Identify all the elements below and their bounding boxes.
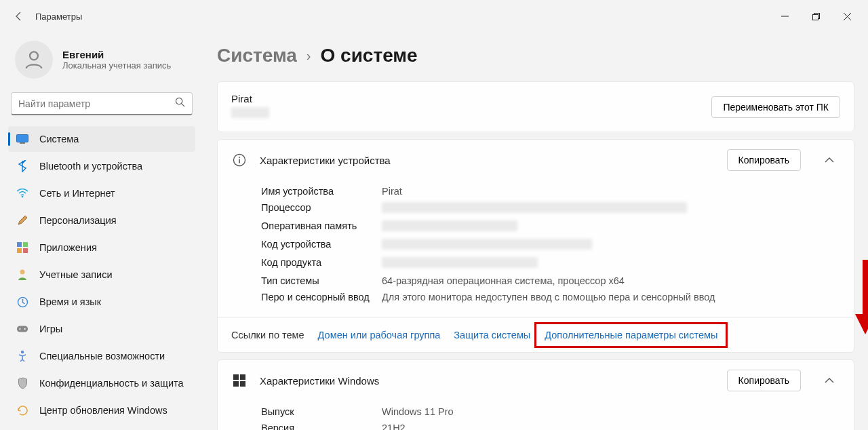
spec-row: Тип системы64-разрядная операционная сис…	[261, 273, 840, 289]
avatar	[15, 41, 53, 79]
svg-rect-25	[240, 374, 245, 380]
user-block[interactable]: Евгений Локальная учетная запись	[8, 33, 195, 92]
svg-line-7	[182, 104, 184, 106]
pc-model-blurred	[231, 107, 269, 118]
svg-rect-17	[17, 326, 28, 332]
svg-point-18	[19, 328, 20, 330]
sidebar-item-label: Конфиденциальность и защита	[39, 378, 184, 389]
brush-icon	[16, 214, 28, 227]
info-icon	[231, 153, 248, 167]
clock-icon	[16, 296, 28, 308]
windows-spec-title: Характеристики Windows	[260, 375, 715, 387]
svg-point-19	[24, 328, 26, 330]
svg-rect-26	[233, 381, 239, 387]
highlight-annotation: Дополнительные параметры системы	[534, 322, 728, 348]
spec-row: Код продукта	[261, 254, 840, 273]
spec-row: Имя устройстваPirat	[261, 183, 840, 199]
rename-pc-button[interactable]: Переименовать этот ПК	[711, 96, 840, 118]
sidebar-item-label: Персонализация	[39, 215, 117, 226]
spec-row: Код устройства	[261, 236, 840, 254]
sidebar-item-label: Специальные возможности	[39, 351, 165, 361]
spec-row: Версия21H2	[261, 420, 840, 430]
svg-point-20	[21, 351, 24, 353]
sidebar-item-personalization[interactable]: Персонализация	[8, 208, 195, 233]
svg-rect-23	[239, 159, 240, 163]
link-protection[interactable]: Защита системы	[454, 330, 530, 340]
svg-rect-8	[17, 135, 28, 142]
minimize-button[interactable]	[769, 5, 800, 27]
shield-icon	[16, 377, 28, 389]
user-subtitle: Локальная учетная запись	[62, 60, 171, 71]
sidebar-item-update[interactable]: Центр обновления Windows	[8, 397, 195, 423]
sidebar-item-privacy[interactable]: Конфиденциальность и защита	[8, 370, 195, 396]
svg-rect-27	[240, 381, 245, 387]
svg-rect-2	[812, 14, 818, 20]
svg-point-10	[22, 196, 24, 198]
close-button[interactable]	[831, 5, 863, 27]
sidebar-item-label: Время и язык	[39, 296, 101, 307]
sidebar-item-label: Учетные записи	[39, 269, 113, 280]
chevron-up-icon[interactable]	[818, 149, 840, 171]
window-title: Параметры	[35, 12, 82, 22]
svg-rect-12	[23, 242, 28, 247]
back-button[interactable]	[5, 3, 33, 30]
accessibility-icon	[16, 350, 28, 362]
sidebar-item-apps[interactable]: Приложения	[8, 235, 195, 260]
copy-windows-spec-button[interactable]: Копировать	[727, 370, 801, 391]
windows-icon	[231, 374, 248, 387]
svg-rect-24	[233, 374, 239, 380]
svg-rect-13	[17, 248, 22, 253]
sidebar-item-gaming[interactable]: Игры	[8, 316, 195, 342]
svg-rect-9	[20, 142, 25, 144]
svg-point-22	[239, 157, 240, 158]
search-icon	[175, 97, 185, 110]
sidebar-item-system[interactable]: Система	[8, 126, 195, 152]
svg-point-5	[30, 52, 38, 60]
link-advanced-system[interactable]: Дополнительные параметры системы	[545, 330, 717, 340]
sidebar-item-network[interactable]: Сеть и Интернет	[8, 180, 195, 206]
spec-row: ВыпускWindows 11 Pro	[261, 404, 840, 420]
sidebar-item-label: Центр обновления Windows	[39, 405, 167, 416]
chevron-up-icon[interactable]	[818, 370, 840, 391]
sidebar-item-label: Система	[39, 134, 79, 144]
sidebar-item-label: Сеть и Интернет	[39, 188, 115, 199]
svg-point-6	[176, 98, 182, 104]
game-icon	[16, 323, 28, 335]
system-icon	[16, 133, 28, 145]
sidebar-item-label: Bluetooth и устройства	[39, 161, 142, 172]
link-domain[interactable]: Домен или рабочая группа	[318, 330, 441, 340]
wifi-icon	[16, 187, 28, 199]
search-box[interactable]	[11, 92, 193, 115]
chevron-right-icon: ›	[307, 48, 311, 64]
sidebar-item-label: Приложения	[39, 242, 97, 253]
person-icon	[16, 269, 28, 281]
apps-icon	[16, 241, 28, 254]
page-title: О системе	[321, 45, 418, 66]
links-label: Ссылки по теме	[231, 330, 304, 340]
sidebar-item-bluetooth[interactable]: Bluetooth и устройства	[8, 153, 195, 179]
spec-row: Перо и сенсорный вводДля этого монитора …	[261, 289, 840, 305]
bluetooth-icon	[16, 160, 28, 172]
maximize-button[interactable]	[800, 5, 831, 27]
update-icon	[16, 404, 28, 416]
sidebar-item-accounts[interactable]: Учетные записи	[8, 262, 195, 288]
spec-row: Оперативная память	[261, 218, 840, 236]
sidebar-item-accessibility[interactable]: Специальные возможности	[8, 343, 195, 369]
breadcrumb-parent[interactable]: Система	[217, 45, 297, 66]
sidebar-item-label: Игры	[39, 324, 62, 334]
svg-rect-14	[23, 248, 28, 253]
copy-device-spec-button[interactable]: Копировать	[727, 149, 801, 171]
sidebar-item-time[interactable]: Время и язык	[8, 289, 195, 315]
breadcrumb: Система › О системе	[217, 33, 854, 81]
svg-point-15	[20, 270, 25, 275]
svg-rect-11	[17, 242, 22, 247]
spec-row: Процессор	[261, 199, 840, 218]
user-name: Евгений	[62, 49, 171, 60]
search-input[interactable]	[18, 98, 175, 109]
pc-name: Pirat	[231, 93, 269, 104]
device-spec-title: Характеристики устройства	[260, 155, 715, 166]
